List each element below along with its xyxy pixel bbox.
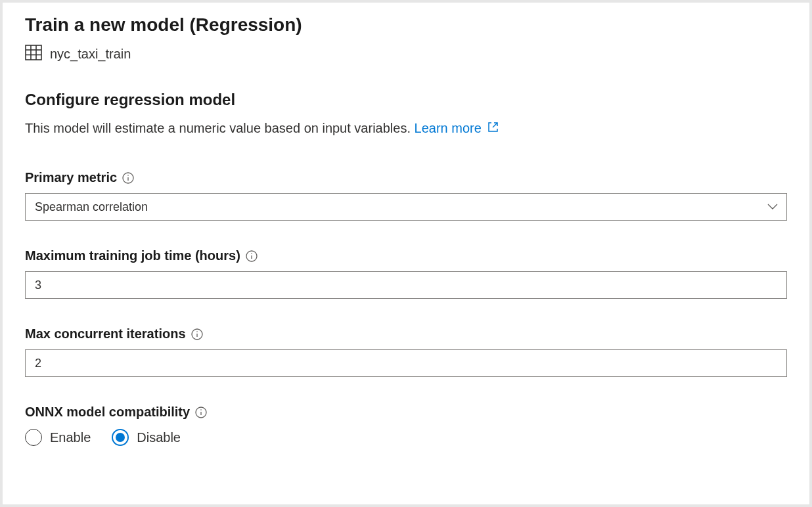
svg-point-11 <box>251 253 252 254</box>
section-description-text: This model will estimate a numeric value… <box>25 121 411 135</box>
info-icon[interactable] <box>191 328 203 340</box>
info-icon[interactable] <box>195 407 207 418</box>
primary-metric-select-wrap <box>25 193 787 221</box>
learn-more-link[interactable]: Learn more <box>415 121 499 135</box>
primary-metric-field: Primary metric <box>25 170 787 221</box>
svg-rect-0 <box>26 45 41 60</box>
max-concurrent-input[interactable] <box>25 349 787 377</box>
max-concurrent-field: Max concurrent iterations <box>25 326 787 377</box>
dataset-name: nyc_taxi_train <box>50 47 131 62</box>
onnx-disable-label: Disable <box>137 430 181 445</box>
primary-metric-select[interactable] <box>25 193 787 221</box>
max-concurrent-label-text: Max concurrent iterations <box>25 326 186 342</box>
onnx-enable-radio[interactable]: Enable <box>25 429 91 446</box>
configure-panel: Train a new model (Regression) nyc_taxi_… <box>3 3 809 504</box>
max-training-time-field: Maximum training job time (hours) <box>25 248 787 299</box>
max-training-time-label: Maximum training job time (hours) <box>25 248 787 263</box>
primary-metric-label: Primary metric <box>25 170 787 185</box>
radio-dot-icon <box>116 433 125 442</box>
svg-point-17 <box>200 409 202 410</box>
max-training-time-label-text: Maximum training job time (hours) <box>25 248 240 263</box>
radio-circle-icon <box>25 429 42 446</box>
dataset-row: nyc_taxi_train <box>25 45 787 63</box>
learn-more-text: Learn more <box>415 121 482 135</box>
svg-line-5 <box>493 123 497 127</box>
svg-point-8 <box>127 175 129 176</box>
onnx-radio-group: Enable Disable <box>25 429 787 446</box>
section-heading: Configure regression model <box>25 91 787 109</box>
onnx-enable-label: Enable <box>50 430 91 445</box>
external-link-icon <box>487 121 499 136</box>
radio-circle-selected-icon <box>112 429 129 446</box>
onnx-label-text: ONNX model compatibility <box>25 405 190 420</box>
onnx-disable-radio[interactable]: Disable <box>112 429 181 446</box>
max-concurrent-label: Max concurrent iterations <box>25 326 787 342</box>
onnx-label: ONNX model compatibility <box>25 405 787 420</box>
table-icon <box>25 45 42 63</box>
onnx-field: ONNX model compatibility Enable Disable <box>25 405 787 446</box>
info-icon[interactable] <box>246 250 258 262</box>
page-title: Train a new model (Regression) <box>25 14 787 35</box>
max-training-time-input[interactable] <box>25 271 787 299</box>
section-description: This model will estimate a numeric value… <box>25 121 787 136</box>
info-icon[interactable] <box>122 172 134 184</box>
primary-metric-label-text: Primary metric <box>25 170 117 185</box>
svg-point-14 <box>196 331 198 332</box>
